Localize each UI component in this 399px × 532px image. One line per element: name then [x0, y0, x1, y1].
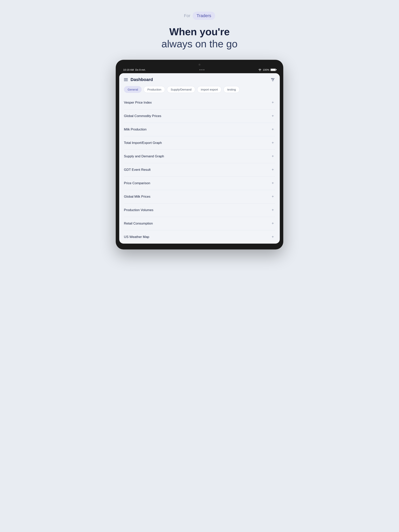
- list-item: Vesper Price Index+: [124, 96, 275, 109]
- headline-line2: always on the go: [161, 38, 238, 50]
- list-item: Price Comparison+: [124, 177, 275, 190]
- wifi-icon: [258, 68, 262, 71]
- list-item-label: Global Commodity Prices: [124, 114, 161, 118]
- add-item-button[interactable]: +: [270, 235, 275, 239]
- list-item: Retail Consumption+: [124, 217, 275, 230]
- list-item-label: Milk Production: [124, 127, 147, 132]
- svg-point-4: [273, 79, 274, 80]
- header-title: Dashboard: [130, 77, 153, 82]
- status-bar: 10:19 AM Do 9 mrt. 100%: [119, 67, 280, 73]
- add-item-button[interactable]: +: [270, 181, 275, 186]
- ipad-frame: 10:19 AM Do 9 mrt. 100%: [116, 60, 283, 249]
- hamburger-icon[interactable]: [124, 78, 128, 81]
- list-container: Vesper Price Index+Global Commodity Pric…: [119, 96, 280, 244]
- tab-import-export[interactable]: import export: [197, 86, 222, 93]
- tab-general[interactable]: General: [124, 86, 142, 93]
- list-item: Production Volumes+: [124, 203, 275, 217]
- list-item: Milk Production+: [124, 123, 275, 136]
- tab-supply-demand[interactable]: Supply/Demand: [167, 86, 195, 93]
- list-item-label: US Weather Map: [124, 235, 149, 239]
- status-dots: [200, 69, 204, 70]
- top-label-section: For Traders: [184, 12, 215, 20]
- list-item: Supply and Demand Graph+: [124, 150, 275, 163]
- add-item-button[interactable]: +: [270, 114, 275, 118]
- battery-percent: 100%: [263, 68, 269, 71]
- list-item: Total Import/Export Graph+: [124, 136, 275, 150]
- headline-line1: When you're: [161, 26, 238, 38]
- list-item: Global Milk Prices+: [124, 190, 275, 203]
- list-item-label: Retail Consumption: [124, 222, 153, 226]
- app-header: Dashboard: [119, 73, 280, 85]
- list-item-label: GDT Event Result: [124, 168, 151, 172]
- add-item-button[interactable]: +: [270, 167, 275, 172]
- list-item-label: Supply and Demand Graph: [124, 154, 164, 158]
- add-item-button[interactable]: +: [270, 154, 275, 159]
- add-item-button[interactable]: +: [270, 221, 275, 226]
- list-item-label: Vesper Price Index: [124, 101, 152, 105]
- list-item-label: Production Volumes: [124, 208, 153, 212]
- add-item-button[interactable]: +: [270, 141, 275, 145]
- list-item: US Weather Map+: [124, 230, 275, 244]
- add-item-button[interactable]: +: [270, 100, 275, 105]
- add-item-button[interactable]: +: [270, 208, 275, 212]
- app-screen: Dashboard GeneralProductionSupply/Demand…: [119, 73, 280, 244]
- tab-production[interactable]: Production: [144, 86, 165, 93]
- status-time-date: 10:19 AM Do 9 mrt.: [123, 68, 146, 71]
- add-item-button[interactable]: +: [270, 127, 275, 132]
- status-battery: 100%: [258, 68, 276, 71]
- ipad-camera: [199, 64, 200, 66]
- headline-section: When you're always on the go: [161, 26, 238, 50]
- for-text: For: [184, 13, 190, 18]
- traders-badge: Traders: [193, 12, 215, 20]
- tabs-container: GeneralProductionSupply/Demandimport exp…: [119, 85, 280, 96]
- tab-testing[interactable]: testing: [224, 86, 239, 93]
- list-item: GDT Event Result+: [124, 163, 275, 177]
- list-item-label: Global Milk Prices: [124, 195, 150, 199]
- list-item-label: Total Import/Export Graph: [124, 141, 162, 145]
- svg-point-3: [272, 78, 272, 79]
- filter-icon[interactable]: [270, 77, 275, 82]
- list-item-label: Price Comparison: [124, 181, 150, 185]
- battery-bar: [270, 69, 276, 71]
- list-item: Global Commodity Prices+: [124, 109, 275, 123]
- header-left: Dashboard: [124, 77, 153, 82]
- add-item-button[interactable]: +: [270, 194, 275, 199]
